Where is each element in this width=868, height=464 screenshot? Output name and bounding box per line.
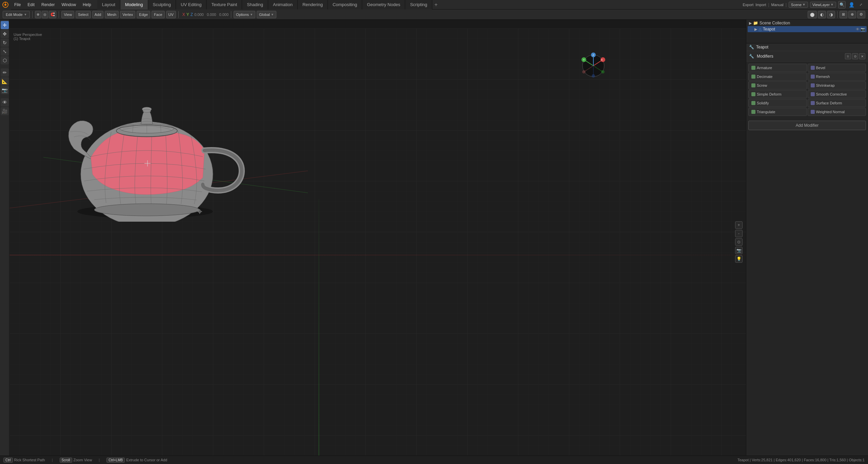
face-menu-btn[interactable]: Face bbox=[152, 11, 164, 18]
main-viewport[interactable]: User Perspective (1) Teapot bbox=[9, 28, 746, 456]
tool-view[interactable]: 👁 bbox=[1, 98, 9, 106]
edit-mode-dropdown[interactable]: Edit Mode ▼ bbox=[3, 11, 30, 18]
tool-measure[interactable]: 📐 bbox=[1, 77, 9, 85]
modifier-settings-btn[interactable]: ⚙ bbox=[852, 53, 858, 59]
tool-rotate[interactable]: ↻ bbox=[1, 39, 9, 47]
import-button[interactable]: Import bbox=[755, 3, 766, 7]
menu-edit[interactable]: Edit bbox=[24, 0, 38, 9]
status-shortcut-3: Ctrl+LMB Extrude to Cursor or Add bbox=[106, 458, 167, 463]
menu-render[interactable]: Render bbox=[38, 0, 58, 9]
teapot-arrow-icon: ▶ bbox=[754, 27, 757, 32]
proportional-edit-btn[interactable]: ◎ bbox=[42, 11, 48, 18]
user-icon: 👤 bbox=[849, 2, 854, 7]
menu-window[interactable]: Window bbox=[58, 0, 79, 9]
menu-file[interactable]: File bbox=[11, 0, 24, 9]
viewlayer-dropdown[interactable]: ViewLayer ▼ bbox=[810, 2, 836, 8]
vis-eye-icon[interactable]: 👁 bbox=[856, 27, 860, 32]
viewport-gizmo[interactable]: X Y Z bbox=[580, 52, 607, 79]
outliner-scene-collection[interactable]: ▶ 📁 Scene Collection bbox=[748, 20, 867, 26]
mod-shrinkwrap-icon bbox=[811, 83, 815, 87]
global-search-button[interactable]: 🔍 bbox=[838, 1, 846, 8]
tool-camera2[interactable]: 🎥 bbox=[1, 107, 9, 115]
mod-weighted-normal-label: Weighted Normal bbox=[816, 110, 845, 114]
tool-cursor[interactable]: ✛ bbox=[1, 21, 9, 29]
tab-uv-editing[interactable]: UV Editing bbox=[176, 0, 206, 9]
menu-help[interactable]: Help bbox=[79, 0, 95, 9]
mod-shrinkwrap[interactable]: Shrinkwrap bbox=[808, 81, 866, 89]
tool-move[interactable]: ✥ bbox=[1, 30, 9, 38]
export-button[interactable]: Export bbox=[743, 3, 754, 7]
tab-animation[interactable]: Animation bbox=[268, 0, 298, 9]
tab-compositing[interactable]: Compositing bbox=[328, 0, 362, 9]
toggle-overlays[interactable]: ⊞ bbox=[840, 11, 847, 18]
mod-solidify[interactable]: Solidify bbox=[748, 99, 807, 107]
tool-scale[interactable]: ⤡ bbox=[1, 47, 9, 56]
modifier-section-icon: 🔧 bbox=[749, 54, 754, 59]
tab-shading[interactable]: Shading bbox=[242, 0, 268, 9]
vertex-label: Vertex bbox=[122, 13, 133, 17]
viewport-shading-rendered[interactable]: ◑ bbox=[827, 11, 835, 18]
global-dropdown[interactable]: Global ▼ bbox=[257, 11, 276, 18]
mod-triangulate[interactable]: Triangulate bbox=[748, 108, 807, 116]
tab-modeling[interactable]: Modeling bbox=[120, 0, 148, 9]
tool-camera[interactable]: 📷 bbox=[1, 86, 9, 94]
zoom-fit-btn[interactable]: ⊙ bbox=[735, 238, 743, 246]
select-menu-btn[interactable]: Select bbox=[76, 11, 91, 18]
vertex-menu-btn[interactable]: Vertex bbox=[120, 11, 135, 18]
manual-button[interactable]: Manual bbox=[771, 3, 784, 7]
mod-armature[interactable]: Armature bbox=[748, 64, 807, 72]
toggle-gizmo[interactable]: ⊕ bbox=[848, 11, 856, 18]
modifier-x-btn[interactable]: ✕ bbox=[859, 53, 865, 59]
mod-simple-deform[interactable]: Simple Deform bbox=[748, 90, 807, 98]
zoom-in-btn[interactable]: + bbox=[735, 221, 743, 229]
mod-bevel[interactable]: Bevel bbox=[808, 64, 866, 72]
light-view-btn[interactable]: 💡 bbox=[735, 255, 743, 263]
tool-annotate[interactable]: ✏ bbox=[1, 68, 9, 77]
tool-transform[interactable]: ⬡ bbox=[1, 56, 9, 64]
zoom-out-btn[interactable]: - bbox=[735, 230, 743, 237]
add-modifier-button[interactable]: Add Modifier bbox=[748, 121, 866, 130]
scene-dropdown[interactable]: Scene ▼ bbox=[789, 2, 808, 8]
shortcut-2-key: Scroll bbox=[60, 458, 72, 463]
mesh-menu-btn[interactable]: Mesh bbox=[105, 11, 119, 18]
modifier-grid: Armature Bevel Decimate Remesh Screw Shr… bbox=[746, 62, 868, 118]
mod-decimate-label: Decimate bbox=[757, 75, 772, 79]
mod-surface-deform[interactable]: Surface Deform bbox=[808, 99, 866, 107]
teapot-object[interactable] bbox=[43, 69, 254, 222]
edge-menu-btn[interactable]: Edge bbox=[137, 11, 150, 18]
tab-rendering[interactable]: Rendering bbox=[298, 0, 328, 9]
mod-smooth-corrective[interactable]: Smooth Corrective bbox=[808, 90, 866, 98]
edit-mode-label: Edit Mode bbox=[6, 13, 23, 17]
expand-button[interactable]: ⤢ bbox=[857, 1, 865, 8]
mod-screw[interactable]: Screw bbox=[748, 81, 807, 89]
vis-camera-icon[interactable]: 📷 bbox=[861, 27, 865, 32]
mod-decimate[interactable]: Decimate bbox=[748, 73, 807, 81]
mesh-label: Mesh bbox=[107, 13, 116, 17]
settings-btn[interactable]: ⚙ bbox=[857, 11, 865, 18]
snap-btn[interactable]: 🧲 bbox=[49, 11, 56, 18]
tab-sculpting[interactable]: Sculpting bbox=[148, 0, 176, 9]
sep-4 bbox=[231, 11, 231, 18]
uv-menu-btn[interactable]: UV bbox=[166, 11, 176, 18]
viewport-shading-solid[interactable]: ⬤ bbox=[808, 11, 817, 18]
tab-texture-paint[interactable]: Texture Paint bbox=[206, 0, 242, 9]
view-menu-btn[interactable]: View bbox=[61, 11, 74, 18]
camera-view-btn[interactable]: 📷 bbox=[735, 247, 743, 254]
mod-weighted-normal[interactable]: Weighted Normal bbox=[808, 108, 866, 116]
teapot-base-ring bbox=[94, 204, 199, 216]
mod-smooth-corrective-label: Smooth Corrective bbox=[816, 92, 847, 96]
add-menu-btn[interactable]: Add bbox=[92, 11, 104, 18]
mod-surface-deform-label: Surface Deform bbox=[816, 101, 842, 105]
user-button[interactable]: 👤 bbox=[848, 1, 855, 8]
mod-remesh[interactable]: Remesh bbox=[808, 73, 866, 81]
options-dropdown[interactable]: Options ▼ bbox=[234, 11, 255, 18]
viewport-shading-material[interactable]: ◐ bbox=[818, 11, 826, 18]
modifier-copy-btn[interactable]: ⎘ bbox=[845, 53, 851, 59]
global-transform-btn[interactable]: ⊕ bbox=[35, 11, 41, 18]
tab-layout[interactable]: Layout bbox=[97, 0, 120, 9]
tab-scripting[interactable]: Scripting bbox=[405, 0, 432, 9]
add-workspace-button[interactable]: + bbox=[432, 1, 440, 8]
outliner-teapot-item[interactable]: ▶ △ Teapot 👁 📷 bbox=[748, 26, 867, 32]
tab-geometry-nodes[interactable]: Geometry Nodes bbox=[362, 0, 405, 9]
viewport-right-tools: + - ⊙ 📷 💡 bbox=[735, 221, 743, 263]
